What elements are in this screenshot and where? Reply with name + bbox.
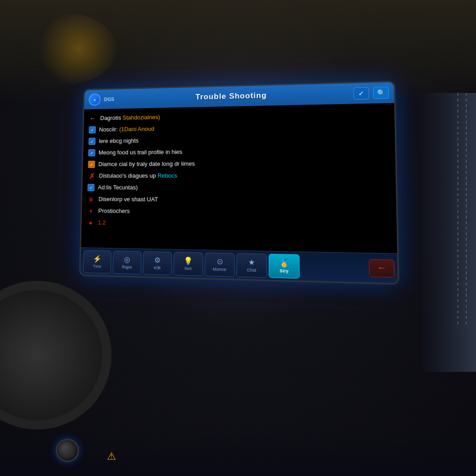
header-logo-icon: [89, 93, 101, 106]
header-dgs-label: DGS: [104, 97, 114, 102]
list-item: ✓ Meong food us trail profile in hies: [88, 144, 389, 159]
list-item: ✓ Diamce cial by traly date long dr lime…: [88, 157, 390, 170]
diamond-icon: ♦: [87, 207, 95, 215]
stry-icon: 🏅: [279, 258, 289, 268]
screen-outer: DGS Trouble Shooting ✓ 🔍 ← Dagrotis Stah…: [79, 81, 399, 285]
circle-red-icon: ●: [87, 218, 95, 227]
monne-icon: ⊙: [217, 257, 223, 266]
klb-icon: ⚙: [154, 256, 161, 264]
footer-btn-hint[interactable]: 💡 hint: [173, 251, 203, 276]
footer-btn-klb[interactable]: ⚙ KlB: [143, 251, 172, 275]
footer-btn-chst[interactable]: ★ Chst: [237, 253, 267, 278]
list-item: ✗ Distulaoo's diagues up Rebocs: [88, 169, 390, 182]
x-icon: ✗: [88, 172, 96, 180]
warning-triangle-icon: ⚠: [107, 450, 121, 464]
list-item: ✓ Ad:lis Tecuntas): [87, 182, 390, 194]
list-item-text: Dagrotis Stahdozialnes): [100, 113, 160, 122]
seat-area: [420, 93, 476, 372]
check-blue-icon: ✓: [88, 149, 95, 156]
list-item-text: Disenlorp ve shast UAT: [99, 195, 158, 203]
list-item-text: Diamce cial by traly date long dr limes: [98, 160, 195, 168]
stry-label: Stry: [279, 268, 288, 273]
list-item-text: Ad:lis Tecuntas): [98, 184, 138, 192]
back-arrow-icon: ←: [89, 114, 97, 122]
stitch-line-1: [466, 93, 467, 325]
chst-icon: ★: [248, 258, 255, 267]
crown-icon: ♛: [87, 195, 95, 203]
tme-icon: ⚡: [93, 254, 102, 263]
tme-label: Tme: [93, 264, 101, 269]
monne-label: Monne: [213, 267, 226, 272]
gauge-cluster: [23, 14, 116, 84]
footer-back-button[interactable]: ←: [369, 259, 394, 278]
footer-btn-rqpe[interactable]: ◎ Rqpe: [112, 251, 141, 274]
list-item-text: Prostiochers: [98, 207, 130, 215]
list-item-text: lere ebcg nights: [99, 137, 139, 145]
header-check-button[interactable]: ✓: [353, 87, 369, 99]
hint-label: hint: [185, 266, 192, 271]
chst-label: Chst: [247, 268, 256, 273]
klb-label: KlB: [154, 265, 161, 270]
rqpe-icon: ◎: [124, 255, 131, 264]
check-blue-icon: ✓: [89, 126, 96, 133]
check-blue-icon: ✓: [87, 184, 94, 191]
footer-spacer: [302, 266, 367, 268]
infotainment-screen-wrapper: DGS Trouble Shooting ✓ 🔍 ← Dagrotis Stah…: [74, 84, 390, 279]
control-knob[interactable]: [56, 439, 79, 462]
screen-content: ← Dagrotis Stahdozialnes) ✓ Noscilr: (1D…: [81, 103, 397, 253]
list-item-text: Noscilr: (1Daro Anoud: [99, 125, 154, 133]
footer-btn-stry[interactable]: 🏅 Stry: [269, 253, 300, 278]
hint-icon: 💡: [184, 256, 193, 265]
header-search-button[interactable]: 🔍: [373, 86, 389, 99]
rqpe-label: Rqpe: [122, 264, 132, 269]
stitch-line-2: [457, 93, 458, 325]
list-item-text: Meong food us trail profile in hies: [99, 148, 182, 157]
list-item: ● 1.2: [86, 217, 390, 232]
footer-btn-monne[interactable]: ⊙ Monne: [205, 252, 234, 277]
footer-btn-tme[interactable]: ⚡ Tme: [83, 250, 112, 274]
screen-title: Trouble Shooting: [119, 89, 350, 103]
list-item-text: Distulaoo's diagues up Rebocs: [99, 172, 178, 180]
screen-footer: ⚡ Tme ◎ Rqpe ⚙ KlB 💡 hint ⊙ Monne ★: [80, 247, 398, 283]
check-orange-icon: ✓: [88, 161, 95, 168]
list-item-text: 1.2: [98, 219, 106, 227]
check-blue-icon: ✓: [88, 138, 95, 145]
